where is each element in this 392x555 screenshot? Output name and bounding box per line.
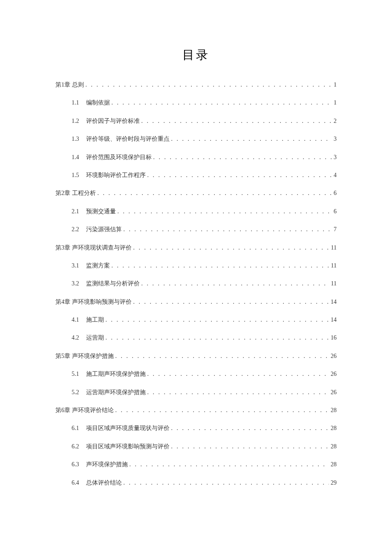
toc-entry-page: 6	[334, 189, 337, 198]
toc-leader-dots	[130, 460, 329, 469]
toc-entry-label: 第5章 声环境保护措施	[55, 352, 114, 361]
toc-entry: 6.2项目区域声环境影响预测与评价28	[55, 442, 337, 451]
toc-entry: 4.1施工期14	[55, 315, 337, 325]
toc-entry-label: 污染源强估算	[86, 225, 122, 234]
toc-entry: 第5章 声环境保护措施26	[55, 352, 337, 361]
toc-leader-dots	[118, 207, 332, 216]
toc-entry: 第4章 声环境影响预测与评价14	[55, 297, 337, 307]
toc-leader-dots	[124, 225, 332, 234]
toc-entry-number: 1.3	[72, 134, 79, 144]
toc-entry: 6.3声环境保护措施28	[55, 460, 337, 469]
toc-entry: 1.3评价等级、评价时段与评价重点3	[55, 134, 337, 144]
toc-entry: 6.1项目区域声环境质量现状与评价28	[55, 424, 337, 433]
toc-entry: 3.1监测方案11	[55, 261, 337, 270]
toc-leader-dots	[98, 189, 332, 198]
toc-entry-number: 5.1	[72, 369, 79, 379]
toc-entry: 第3章 声环境现状调查与评价11	[55, 243, 337, 253]
toc-leader-dots	[115, 406, 329, 415]
toc-leader-dots	[141, 116, 332, 126]
toc-entry-number: 1.1	[72, 98, 79, 108]
toc-entry-label: 监测结果与分析评价	[86, 279, 140, 288]
toc-entry-number: 6.1	[72, 424, 79, 433]
toc-entry: 2.2污染源强估算7	[55, 225, 337, 234]
toc-entry-page: 11	[331, 243, 337, 253]
toc-leader-dots	[147, 388, 329, 397]
toc-entry-label: 预测交通量	[86, 207, 116, 216]
toc-entry: 1.2评价因子与评价标准2	[55, 116, 337, 126]
toc-entry-label: 第3章 声环境现状调查与评价	[55, 243, 132, 253]
toc-entry: 第1章 总则1	[55, 80, 337, 90]
toc-leader-dots	[171, 134, 332, 144]
toc-leader-dots	[124, 478, 329, 488]
toc-entry: 1.1编制依据1	[55, 98, 337, 108]
toc-leader-dots	[171, 424, 329, 433]
toc-entry-page: 29	[331, 478, 337, 488]
toc-leader-dots	[106, 333, 329, 343]
toc-leader-dots	[147, 369, 329, 379]
toc-leader-dots	[141, 279, 329, 288]
toc-entry-page: 14	[331, 315, 337, 325]
toc-entry-number: 6.2	[72, 442, 79, 451]
toc-entry-label: 运营期声环境保护措施	[86, 388, 146, 397]
toc-entry-label: 项目区域声环境影响预测与评价	[86, 442, 170, 451]
toc-leader-dots	[171, 442, 329, 451]
toc-entry-number: 3.1	[72, 261, 79, 270]
toc-entry-label: 监测方案	[86, 261, 110, 270]
toc-entry-label: 第1章 总则	[55, 80, 84, 90]
toc-leader-dots	[112, 261, 329, 270]
toc-entry: 6.4总体评价结论29	[55, 478, 337, 488]
toc-entry-page: 28	[331, 460, 337, 469]
toc-entry-label: 运营期	[86, 333, 104, 343]
toc-entry-label: 第2章 工程分析	[55, 189, 96, 198]
toc-entry-number: 3.2	[72, 279, 79, 288]
toc-entry-number: 5.2	[72, 388, 79, 397]
toc-entry-label: 环境影响评价工作程序	[86, 171, 146, 180]
toc-entry-page: 3	[334, 134, 337, 144]
toc-entry-number: 2.1	[72, 207, 79, 216]
toc-entry-page: 7	[334, 225, 337, 234]
toc-entry-label: 编制依据	[86, 98, 110, 108]
toc-entry-label: 施工期	[86, 315, 104, 325]
toc-entry-label: 项目区域声环境质量现状与评价	[86, 424, 170, 433]
toc-entry-page: 26	[331, 388, 337, 397]
toc-entry-label: 总体评价结论	[86, 478, 122, 488]
toc-entry-page: 28	[331, 406, 337, 415]
toc-entry-page: 4	[334, 171, 337, 180]
toc-entry-label: 施工期声环境保护措施	[86, 369, 146, 379]
toc-entry-page: 16	[331, 333, 337, 343]
toc-entry-page: 6	[334, 207, 337, 216]
toc-entry-page: 26	[331, 369, 337, 379]
toc-entry: 第6章 声环境评价结论28	[55, 406, 337, 415]
toc-entry-label: 第4章 声环境影响预测与评价	[55, 297, 132, 307]
toc-entry-page: 1	[334, 98, 337, 108]
toc-entry-page: 1	[334, 80, 337, 90]
toc-entry: 5.1施工期声环境保护措施26	[55, 369, 337, 379]
toc-entry-number: 4.1	[72, 315, 79, 325]
toc-entry-number: 1.4	[72, 153, 79, 162]
toc-entry-number: 1.5	[72, 171, 79, 180]
toc-entry-number: 2.2	[72, 225, 79, 234]
toc-entry: 2.1预测交通量6	[55, 207, 337, 216]
toc-entry-number: 1.2	[72, 116, 79, 126]
toc-leader-dots	[133, 297, 329, 307]
toc-entry-page: 11	[331, 261, 337, 270]
toc-entry-page: 26	[331, 352, 337, 361]
toc-entry-number: 4.2	[72, 333, 79, 343]
toc-entry: 1.4评价范围及环境保护目标3	[55, 153, 337, 162]
toc-entry: 3.2监测结果与分析评价11	[55, 279, 337, 288]
toc-leader-dots	[115, 352, 329, 361]
toc-entry-number: 6.3	[72, 460, 79, 469]
toc-entry-number: 6.4	[72, 478, 79, 488]
toc-entry-page: 14	[331, 297, 337, 307]
toc-entry-page: 28	[331, 442, 337, 451]
toc-entry-label: 第6章 声环境评价结论	[55, 406, 114, 415]
toc-entry-page: 3	[334, 153, 337, 162]
toc-leader-dots	[86, 80, 332, 90]
toc-entry-page: 28	[331, 424, 337, 433]
toc-entry: 1.5环境影响评价工作程序4	[55, 171, 337, 180]
toc-leader-dots	[147, 171, 332, 180]
toc-leader-dots	[153, 153, 332, 162]
toc-entry-label: 评价范围及环境保护目标	[86, 153, 152, 162]
toc-leader-dots	[133, 243, 329, 253]
document-title: 目录	[55, 47, 337, 63]
